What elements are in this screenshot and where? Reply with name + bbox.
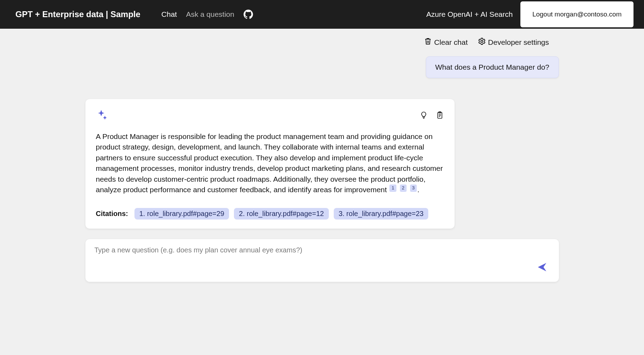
developer-settings-button[interactable]: Developer settings bbox=[478, 37, 549, 47]
assistant-card-header bbox=[96, 109, 444, 121]
clipboard-icon[interactable] bbox=[436, 111, 444, 119]
app-header: GPT + Enterprise data | Sample Chat Ask … bbox=[0, 0, 644, 29]
logout-button[interactable]: Logout morgan@contoso.com bbox=[520, 1, 633, 27]
question-input-card bbox=[85, 239, 559, 282]
user-message-bubble: What does a Product Manager do? bbox=[426, 56, 559, 78]
chat-toolbar: Clear chat Developer settings bbox=[85, 29, 559, 53]
svg-point-0 bbox=[481, 40, 483, 42]
github-icon[interactable] bbox=[243, 9, 253, 19]
clear-chat-label: Clear chat bbox=[434, 38, 468, 47]
assistant-answer: A Product Manager is responsible for lea… bbox=[96, 131, 444, 195]
lightbulb-icon[interactable] bbox=[420, 111, 428, 119]
assistant-card: A Product Manager is responsible for lea… bbox=[85, 99, 455, 229]
app-title: GPT + Enterprise data | Sample bbox=[15, 9, 140, 19]
chat-area: Clear chat Developer settings What does … bbox=[70, 29, 574, 355]
header-tagline: Azure OpenAI + AI Search bbox=[426, 10, 513, 19]
citation-2[interactable]: 2. role_library.pdf#page=12 bbox=[234, 208, 329, 220]
sparkles-icon bbox=[96, 109, 109, 121]
trash-icon bbox=[424, 37, 432, 47]
question-input[interactable] bbox=[95, 246, 534, 267]
assistant-message-row: A Product Manager is responsible for lea… bbox=[85, 99, 559, 229]
send-button[interactable] bbox=[534, 259, 550, 275]
assistant-actions bbox=[420, 111, 444, 119]
nav-chat[interactable]: Chat bbox=[161, 10, 177, 19]
developer-settings-label: Developer settings bbox=[488, 38, 549, 47]
gear-icon bbox=[478, 37, 486, 47]
citation-3[interactable]: 3. role_library.pdf#page=23 bbox=[334, 208, 429, 220]
citation-1[interactable]: 1. role_library.pdf#page=29 bbox=[134, 208, 229, 220]
nav-ask-question[interactable]: Ask a question bbox=[186, 10, 234, 19]
inline-citation-3[interactable]: 3 bbox=[410, 185, 417, 192]
answer-period: . bbox=[417, 186, 420, 194]
top-nav: Chat Ask a question bbox=[161, 9, 253, 19]
inline-citation-2[interactable]: 2 bbox=[400, 185, 407, 192]
inline-citation-1[interactable]: 1 bbox=[389, 185, 396, 192]
citations-row: Citations: 1. role_library.pdf#page=29 2… bbox=[96, 208, 444, 220]
citations-label: Citations: bbox=[96, 210, 128, 218]
clear-chat-button[interactable]: Clear chat bbox=[424, 37, 468, 47]
user-message-row: What does a Product Manager do? bbox=[85, 56, 559, 78]
